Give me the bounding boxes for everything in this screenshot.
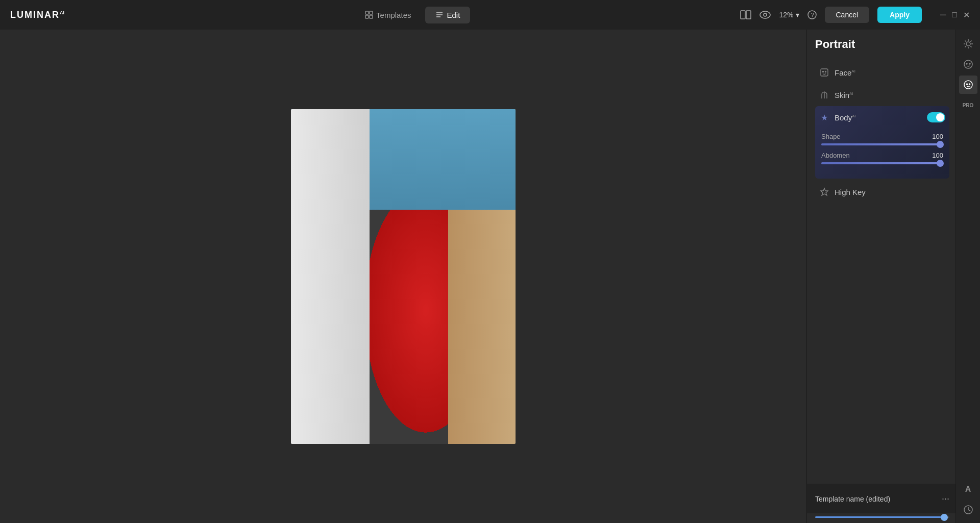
svg-point-28 bbox=[966, 63, 967, 64]
templates-tab[interactable]: Templates bbox=[355, 7, 421, 23]
abdomen-value: 100 bbox=[932, 152, 943, 159]
edit-tab[interactable]: Edit bbox=[425, 7, 470, 23]
svg-line-25 bbox=[970, 41, 971, 42]
body-sliders: Shape 100 Abdomen 100 bbox=[815, 129, 949, 179]
app-logo: LUMINARAI bbox=[10, 10, 64, 20]
bottom-slider-container bbox=[807, 513, 980, 523]
template-name-label: Template name (edited) bbox=[815, 495, 938, 503]
bottom-section: Template name (edited) ··· bbox=[807, 484, 980, 523]
abdomen-slider-thumb[interactable] bbox=[937, 160, 944, 167]
bottom-bar: Template name (edited) ··· bbox=[807, 484, 980, 513]
shape-label: Shape bbox=[821, 133, 841, 140]
pro-panel-icon-btn[interactable]: PRO bbox=[959, 96, 977, 114]
shape-value: 100 bbox=[932, 133, 943, 140]
shape-slider-track[interactable] bbox=[821, 143, 943, 145]
template-intensity-slider[interactable] bbox=[815, 516, 949, 518]
svg-point-27 bbox=[964, 60, 972, 68]
skin-section-row[interactable]: SkinAI bbox=[815, 84, 949, 106]
main-content: Portrait FaceAI bbox=[0, 30, 980, 523]
svg-rect-3 bbox=[370, 15, 373, 18]
template-options-button[interactable]: ··· bbox=[942, 493, 949, 504]
smiley-panel-icon-btn[interactable] bbox=[959, 76, 977, 94]
svg-point-15 bbox=[825, 71, 826, 72]
body-toggle[interactable] bbox=[927, 112, 945, 122]
right-panel: Portrait FaceAI bbox=[806, 30, 980, 523]
shape-slider-row: Shape 100 bbox=[821, 133, 943, 145]
svg-rect-13 bbox=[821, 69, 828, 76]
svg-line-23 bbox=[965, 41, 966, 42]
face-panel-icon-btn[interactable] bbox=[959, 55, 977, 73]
svg-rect-8 bbox=[746, 11, 751, 19]
minimize-button[interactable]: ─ bbox=[940, 10, 946, 19]
svg-point-30 bbox=[964, 81, 972, 89]
abdomen-slider-track[interactable] bbox=[821, 162, 943, 164]
svg-point-9 bbox=[760, 11, 770, 18]
skin-label: SkinAI bbox=[835, 91, 945, 99]
svg-point-18 bbox=[966, 42, 970, 46]
panel-content: Portrait FaceAI bbox=[807, 30, 980, 484]
nav-tabs: Templates Edit bbox=[85, 7, 740, 23]
svg-rect-1 bbox=[370, 11, 373, 14]
svg-rect-2 bbox=[365, 15, 369, 18]
window-controls: ─ □ ✕ bbox=[940, 10, 970, 20]
svg-marker-17 bbox=[821, 188, 828, 195]
panel-title: Portrait bbox=[815, 38, 949, 51]
cancel-button[interactable]: Cancel bbox=[825, 7, 870, 23]
skin-icon bbox=[819, 90, 829, 100]
svg-point-14 bbox=[823, 71, 824, 72]
svg-rect-0 bbox=[365, 11, 369, 14]
dual-screen-btn[interactable] bbox=[740, 10, 751, 19]
text-tool-btn[interactable]: A bbox=[959, 480, 977, 499]
photo-image bbox=[291, 109, 516, 444]
svg-point-31 bbox=[966, 84, 967, 85]
abdomen-slider-row: Abdomen 100 bbox=[821, 152, 943, 164]
canvas-area bbox=[0, 30, 806, 523]
body-section: ★ BodyAI Shape 100 bbox=[815, 106, 949, 179]
clock-btn[interactable] bbox=[959, 501, 977, 519]
template-intensity-thumb[interactable] bbox=[941, 514, 948, 521]
sun-icon-btn[interactable] bbox=[959, 35, 977, 53]
body-section-header[interactable]: ★ BodyAI bbox=[815, 106, 949, 129]
close-button[interactable]: ✕ bbox=[963, 10, 970, 20]
topbar-right: 12% ▾ ? Cancel Apply ─ □ ✕ bbox=[740, 7, 970, 23]
svg-line-24 bbox=[970, 46, 971, 47]
shape-slider-thumb[interactable] bbox=[937, 141, 944, 148]
apply-button[interactable]: Apply bbox=[877, 7, 922, 23]
abdomen-label: Abdomen bbox=[821, 152, 850, 159]
face-section-row[interactable]: FaceAI bbox=[815, 61, 949, 84]
help-btn[interactable]: ? bbox=[807, 10, 817, 19]
highkey-label: High Key bbox=[835, 188, 945, 196]
highkey-icon bbox=[819, 187, 829, 197]
svg-line-35 bbox=[968, 510, 970, 511]
body-label: BodyAI bbox=[835, 113, 922, 122]
svg-point-29 bbox=[969, 63, 970, 64]
panel-icons: PRO A bbox=[955, 30, 980, 523]
svg-rect-7 bbox=[741, 11, 745, 19]
highkey-section-row[interactable]: High Key bbox=[815, 181, 949, 203]
body-icon: ★ bbox=[819, 112, 829, 122]
svg-text:?: ? bbox=[811, 12, 814, 18]
face-icon bbox=[819, 67, 829, 78]
topbar: LUMINARAI Templates Edit bbox=[0, 0, 980, 30]
zoom-control[interactable]: 12% ▾ bbox=[779, 11, 799, 19]
photo-frame bbox=[291, 109, 516, 444]
svg-point-32 bbox=[969, 84, 970, 85]
photo-container bbox=[291, 109, 516, 444]
face-label: FaceAI bbox=[835, 68, 945, 77]
svg-line-26 bbox=[965, 46, 966, 47]
maximize-button[interactable]: □ bbox=[952, 10, 957, 19]
svg-point-10 bbox=[764, 13, 767, 16]
eye-btn[interactable] bbox=[760, 11, 771, 19]
